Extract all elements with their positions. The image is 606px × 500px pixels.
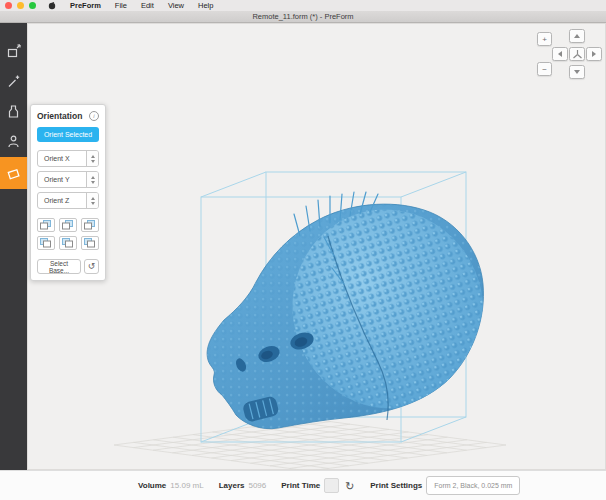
- orient-selected-button[interactable]: Orient Selected: [37, 127, 99, 142]
- print-time-label: Print Time: [281, 481, 320, 490]
- orient-face-icon: [40, 220, 52, 230]
- zoom-in-button[interactable]: +: [537, 32, 552, 46]
- bust-icon: [6, 134, 21, 149]
- orientation-tool[interactable]: [0, 157, 27, 189]
- orient-face-icon: [84, 220, 96, 230]
- orient-z-arrows[interactable]: [86, 193, 98, 208]
- orient-preset-button-3[interactable]: [81, 218, 99, 232]
- orient-preset-button-2[interactable]: [59, 218, 77, 232]
- refresh-print-time-button[interactable]: ↻: [342, 478, 357, 493]
- window-controls: [5, 2, 36, 9]
- rotate-view-right-button[interactable]: [586, 47, 602, 61]
- window-title: Remote_11.form (*) - PreForm: [0, 11, 606, 23]
- orientation-presets: [37, 218, 99, 250]
- volume-value: 15.09 mL: [170, 481, 203, 490]
- orient-y-label: Orient Y: [38, 172, 86, 187]
- menu-file[interactable]: File: [108, 1, 134, 10]
- chevron-left-icon: [558, 51, 562, 57]
- zoom-window-button[interactable]: [29, 2, 36, 9]
- status-bar: Volume 15.09 mL Layers 5096 Print Time ↻…: [0, 470, 606, 500]
- orient-face-icon: [84, 238, 96, 248]
- menu-bar: PreForm File Edit View Help: [0, 0, 606, 11]
- layers-value: 5096: [248, 481, 266, 490]
- menu-view[interactable]: View: [161, 1, 191, 10]
- supports-tool[interactable]: [0, 97, 27, 126]
- orient-z-label: Orient Z: [38, 193, 86, 208]
- model-skull[interactable]: [207, 185, 509, 434]
- print-time-placeholder: [324, 478, 339, 493]
- menu-help[interactable]: Help: [191, 1, 220, 10]
- select-base-button[interactable]: Select Base...: [37, 259, 81, 274]
- rotate-view-down-button[interactable]: [569, 65, 585, 79]
- one-click-print-tool[interactable]: [0, 67, 27, 96]
- model-tool[interactable]: [0, 127, 27, 156]
- orient-face-icon: [62, 220, 74, 230]
- layers-label: Layers: [219, 481, 245, 490]
- build-platform-grid: [114, 419, 506, 471]
- size-tool-icon: [6, 44, 21, 59]
- orientation-tool-icon: [6, 166, 21, 181]
- axes-icon: [572, 49, 583, 60]
- tool-sidebar: [0, 23, 27, 470]
- orient-z-stepper[interactable]: Orient Z: [37, 192, 99, 209]
- menu-edit[interactable]: Edit: [134, 1, 161, 10]
- orient-y-arrows[interactable]: [86, 172, 98, 187]
- orient-preset-button-4[interactable]: [37, 236, 55, 250]
- orient-x-arrows[interactable]: [86, 151, 98, 166]
- orientation-panel: Orientation i Orient Selected Orient X O…: [30, 104, 106, 281]
- print-settings-label: Print Settings: [370, 481, 422, 490]
- viewport-3d[interactable]: [27, 23, 606, 470]
- orient-face-icon: [62, 238, 74, 248]
- rotate-view-up-button[interactable]: [569, 29, 585, 43]
- orientation-panel-title: Orientation: [37, 111, 82, 121]
- orient-x-stepper[interactable]: Orient X: [37, 150, 99, 167]
- volume-label: Volume: [138, 481, 166, 490]
- orient-face-icon: [40, 238, 52, 248]
- close-window-button[interactable]: [5, 2, 12, 9]
- orient-x-label: Orient X: [38, 151, 86, 166]
- orient-y-stepper[interactable]: Orient Y: [37, 171, 99, 188]
- apple-menu-icon[interactable]: [48, 1, 56, 10]
- chevron-right-icon: [592, 51, 596, 57]
- chevron-up-icon: [574, 34, 580, 38]
- orient-preset-button-6[interactable]: [81, 236, 99, 250]
- minimize-window-button[interactable]: [17, 2, 24, 9]
- zoom-out-button[interactable]: −: [537, 62, 552, 76]
- orient-preset-button-5[interactable]: [59, 236, 77, 250]
- size-tool[interactable]: [0, 37, 27, 66]
- support-bottle-icon: [6, 104, 21, 119]
- info-icon[interactable]: i: [89, 111, 99, 121]
- reset-view-button[interactable]: [569, 47, 585, 61]
- reset-orientation-button[interactable]: ↺: [84, 259, 99, 274]
- print-settings-value[interactable]: Form 2, Black, 0.025 mm: [426, 476, 520, 495]
- rotate-view-left-button[interactable]: [552, 47, 568, 61]
- orient-preset-button-1[interactable]: [37, 218, 55, 232]
- magic-wand-icon: [6, 74, 21, 89]
- viewport-3d-canvas[interactable]: [28, 24, 606, 471]
- chevron-down-icon: [574, 70, 580, 74]
- menu-app-name[interactable]: PreForm: [63, 1, 108, 10]
